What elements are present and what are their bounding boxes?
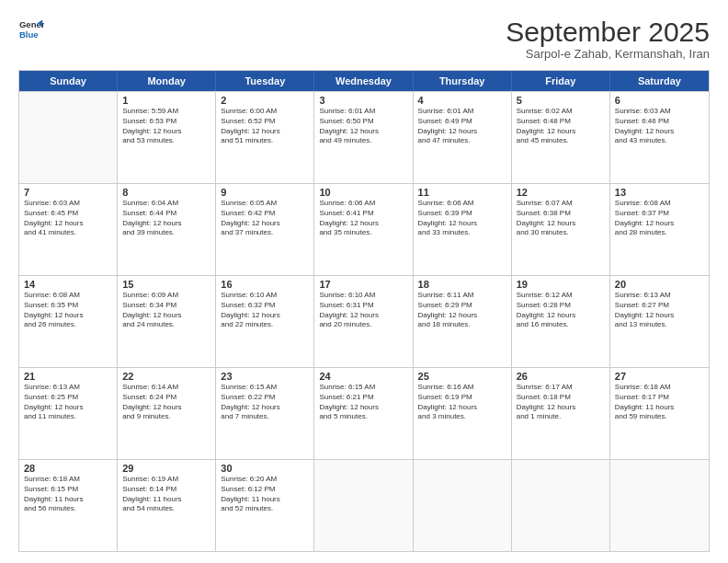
- weekday-header: Friday: [512, 71, 610, 91]
- cell-info-line: Daylight: 12 hours: [418, 127, 506, 137]
- cell-info-line: and 49 minutes.: [319, 136, 407, 146]
- calendar-cell: 9Sunrise: 6:05 AMSunset: 6:42 PMDaylight…: [216, 184, 314, 275]
- cell-info-line: Sunset: 6:14 PM: [122, 485, 210, 495]
- title-block: September 2025 Sarpol-e Zahab, Kermansha…: [506, 17, 710, 61]
- cell-info-line: Daylight: 12 hours: [221, 127, 309, 137]
- cell-info-line: and 53 minutes.: [122, 136, 210, 146]
- day-number: 20: [615, 279, 704, 290]
- day-number: 10: [319, 187, 407, 198]
- cell-info-line: Daylight: 11 hours: [615, 403, 704, 413]
- cell-info-line: Sunrise: 6:16 AM: [418, 383, 506, 393]
- logo-icon: General Blue: [18, 17, 44, 42]
- cell-info-line: and 1 minute.: [517, 412, 605, 422]
- cell-info-line: Sunset: 6:48 PM: [517, 117, 605, 127]
- cell-info-line: Daylight: 12 hours: [517, 127, 605, 137]
- cell-info-line: Sunset: 6:53 PM: [122, 117, 210, 127]
- cell-info-line: Sunrise: 6:01 AM: [319, 107, 407, 117]
- calendar-cell: [512, 460, 610, 551]
- cell-info-line: Sunset: 6:38 PM: [517, 209, 605, 219]
- calendar-cell: [610, 460, 709, 551]
- cell-info-line: and 30 minutes.: [517, 228, 605, 238]
- cell-info-line: Daylight: 12 hours: [24, 219, 112, 229]
- cell-info-line: Sunrise: 6:05 AM: [221, 199, 309, 209]
- cell-info-line: Sunset: 6:21 PM: [319, 393, 407, 403]
- cell-info-line: Daylight: 11 hours: [24, 495, 112, 505]
- cell-info-line: Sunrise: 6:12 AM: [517, 291, 605, 301]
- weekday-header: Wednesday: [314, 71, 413, 91]
- cell-info-line: and 11 minutes.: [24, 412, 112, 422]
- svg-text:Blue: Blue: [19, 29, 39, 40]
- day-number: 29: [122, 463, 210, 474]
- calendar-row: 14Sunrise: 6:08 AMSunset: 6:35 PMDayligh…: [19, 275, 709, 367]
- day-number: 23: [221, 371, 309, 382]
- cell-info-line: Sunset: 6:42 PM: [221, 209, 309, 219]
- cell-info-line: Sunset: 6:49 PM: [418, 117, 506, 127]
- cell-info-line: and 43 minutes.: [615, 136, 704, 146]
- cell-info-line: Sunset: 6:37 PM: [615, 209, 704, 219]
- cell-info-line: Daylight: 12 hours: [615, 219, 704, 229]
- cell-info-line: and 7 minutes.: [221, 412, 309, 422]
- day-number: 1: [122, 95, 210, 106]
- day-number: 9: [221, 187, 309, 198]
- weekday-header: Tuesday: [216, 71, 314, 91]
- day-number: 16: [221, 279, 309, 290]
- cell-info-line: Sunrise: 6:08 AM: [24, 291, 112, 301]
- cell-info-line: Sunrise: 6:06 AM: [319, 199, 407, 209]
- calendar-cell: 13Sunrise: 6:08 AMSunset: 6:37 PMDayligh…: [610, 184, 709, 275]
- cell-info-line: and 22 minutes.: [221, 320, 309, 330]
- cell-info-line: and 28 minutes.: [615, 228, 704, 238]
- cell-info-line: Sunset: 6:32 PM: [221, 301, 309, 311]
- cell-info-line: Sunrise: 6:02 AM: [517, 107, 605, 117]
- cell-info-line: Sunset: 6:24 PM: [122, 393, 210, 403]
- cell-info-line: Sunset: 6:17 PM: [615, 393, 704, 403]
- cell-info-line: Sunset: 6:44 PM: [122, 209, 210, 219]
- cell-info-line: and 41 minutes.: [24, 228, 112, 238]
- day-number: 26: [517, 371, 605, 382]
- cell-info-line: Sunrise: 6:09 AM: [122, 291, 210, 301]
- cell-info-line: Daylight: 12 hours: [615, 127, 704, 137]
- cell-info-line: and 56 minutes.: [24, 504, 112, 514]
- day-number: 13: [615, 187, 704, 198]
- calendar-cell: 3Sunrise: 6:01 AMSunset: 6:50 PMDaylight…: [314, 92, 413, 183]
- cell-info-line: Sunset: 6:52 PM: [221, 117, 309, 127]
- cell-info-line: Sunset: 6:25 PM: [24, 393, 112, 403]
- cell-info-line: Daylight: 12 hours: [319, 127, 407, 137]
- cell-info-line: Sunset: 6:31 PM: [319, 301, 407, 311]
- cell-info-line: Daylight: 12 hours: [24, 311, 112, 321]
- cell-info-line: Daylight: 12 hours: [122, 127, 210, 137]
- calendar-cell: 25Sunrise: 6:16 AMSunset: 6:19 PMDayligh…: [414, 368, 512, 459]
- day-number: 15: [122, 279, 210, 290]
- cell-info-line: Sunrise: 6:10 AM: [319, 291, 407, 301]
- day-number: 5: [517, 95, 605, 106]
- cell-info-line: Daylight: 12 hours: [221, 219, 309, 229]
- cell-info-line: and 45 minutes.: [517, 136, 605, 146]
- calendar-cell: 2Sunrise: 6:00 AMSunset: 6:52 PMDaylight…: [216, 92, 314, 183]
- cell-info-line: Sunset: 6:15 PM: [24, 485, 112, 495]
- cell-info-line: Sunset: 6:34 PM: [122, 301, 210, 311]
- cell-info-line: and 24 minutes.: [122, 320, 210, 330]
- cell-info-line: and 54 minutes.: [122, 504, 210, 514]
- cell-info-line: Daylight: 12 hours: [517, 311, 605, 321]
- calendar-cell: 11Sunrise: 6:06 AMSunset: 6:39 PMDayligh…: [414, 184, 512, 275]
- cell-info-line: Sunrise: 5:59 AM: [122, 107, 210, 117]
- calendar-cell: 21Sunrise: 6:13 AMSunset: 6:25 PMDayligh…: [19, 368, 118, 459]
- cell-info-line: Sunrise: 6:06 AM: [418, 199, 506, 209]
- day-number: 7: [24, 187, 112, 198]
- cell-info-line: Daylight: 12 hours: [517, 219, 605, 229]
- calendar-cell: 10Sunrise: 6:06 AMSunset: 6:41 PMDayligh…: [314, 184, 413, 275]
- cell-info-line: Sunset: 6:19 PM: [418, 393, 506, 403]
- day-number: 11: [418, 187, 506, 198]
- calendar-cell: 1Sunrise: 5:59 AMSunset: 6:53 PMDaylight…: [118, 92, 216, 183]
- header: General Blue September 2025 Sarpol-e Zah…: [18, 17, 710, 61]
- cell-info-line: Sunrise: 6:18 AM: [615, 383, 704, 393]
- cell-info-line: and 20 minutes.: [319, 320, 407, 330]
- calendar-cell: 30Sunrise: 6:20 AMSunset: 6:12 PMDayligh…: [216, 460, 314, 551]
- day-number: 18: [418, 279, 506, 290]
- cell-info-line: Sunrise: 6:15 AM: [319, 383, 407, 393]
- cell-info-line: Daylight: 12 hours: [319, 311, 407, 321]
- cell-info-line: Sunset: 6:45 PM: [24, 209, 112, 219]
- cell-info-line: Sunrise: 6:20 AM: [221, 475, 309, 485]
- cell-info-line: Sunset: 6:50 PM: [319, 117, 407, 127]
- cell-info-line: Daylight: 12 hours: [221, 403, 309, 413]
- day-number: 22: [122, 371, 210, 382]
